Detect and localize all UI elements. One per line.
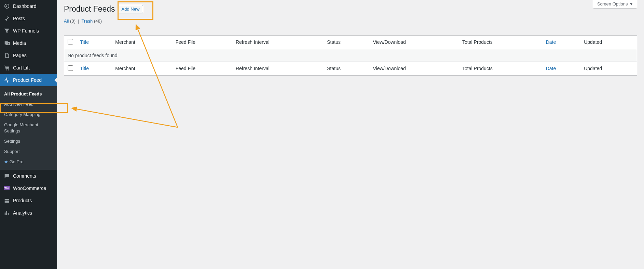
filter-all-count: (0) [70,18,76,24]
table-footer-row: Title Merchant Feed File Refresh Interva… [64,62,637,75]
submenu-google-merchant-settings[interactable]: Google Merchant Settings [0,120,57,136]
sidebar-item-media[interactable]: Media [0,37,57,49]
table-empty-message: No product feeds found. [64,49,637,62]
submenu-category-mapping[interactable]: Category Mapping [0,110,57,120]
col-refresh-interval-foot: Refresh Interval [232,62,324,75]
sidebar-item-label: Pages [13,52,27,59]
sidebar-item-label: Dashboard [13,3,37,9]
feeds-table: Title Merchant Feed File Refresh Interva… [64,35,637,76]
sidebar-item-label: Cart Lift [13,65,30,71]
filter-trash-link[interactable]: Trash [82,18,93,24]
funnel-icon [3,27,10,34]
col-date-foot[interactable]: Date [543,62,581,75]
submenu-all-product-feeds[interactable]: All Product Feeds [0,89,57,99]
sidebar-item-label: Product Feed [13,77,42,83]
col-feed-file-foot: Feed File [172,62,232,75]
col-title[interactable]: Title [77,35,112,49]
col-feed-file: Feed File [172,35,232,49]
sidebar-item-posts[interactable]: Posts [0,12,57,25]
sidebar-item-label: WP Funnels [13,28,39,34]
filter-separator: | [77,18,82,24]
comment-icon [3,172,10,179]
col-status: Status [324,35,369,49]
col-status-foot: Status [324,62,369,75]
sidebar-item-wpfunnels[interactable]: WP Funnels [0,25,57,37]
sidebar-item-dashboard[interactable]: Dashboard [0,0,57,12]
pages-icon [3,52,10,59]
submenu-settings[interactable]: Settings [0,136,57,146]
media-icon [3,40,10,47]
page-title: Product Feeds [64,4,115,14]
table-header-row: Title Merchant Feed File Refresh Interva… [64,35,637,49]
col-updated: Updated [580,35,637,49]
cart-icon [3,64,10,71]
filter-links: All (0) | Trash (48) [64,18,637,24]
submenu-add-new-feed[interactable]: Add New Feed [0,99,57,110]
col-date[interactable]: Date [543,35,581,49]
star-icon: ★ [4,159,8,164]
submenu-label: Go Pro [10,159,24,164]
col-title-foot[interactable]: Title [77,62,112,75]
sidebar-item-cartlift[interactable]: Cart Lift [0,62,57,74]
main-content: Screen Options ▼ Product Feeds Add New A… [57,0,644,269]
submenu-support[interactable]: Support [0,146,57,157]
caret-down-icon: ▼ [629,1,633,7]
col-refresh-interval: Refresh Interval [232,35,324,49]
table-empty-row: No product feeds found. [64,49,637,62]
analytics-icon [3,209,10,216]
pin-icon [3,15,10,22]
dashboard-icon [3,3,10,10]
col-view-download: View/Download [370,35,459,49]
sidebar-item-label: Products [13,197,32,204]
sidebar-item-pages[interactable]: Pages [0,49,57,62]
col-total-products-foot: Total Products [459,62,543,75]
col-updated-foot: Updated [580,62,637,75]
sidebar-item-woocommerce[interactable]: Woo WooCommerce [0,182,57,194]
sidebar-item-comments[interactable]: Comments [0,170,57,182]
screen-options-button[interactable]: Screen Options ▼ [593,0,637,9]
sidebar-item-label: Media [13,40,26,46]
col-merchant: Merchant [112,35,172,49]
col-total-products: Total Products [459,35,543,49]
add-new-button[interactable]: Add New [118,5,143,13]
sidebar-item-label: Posts [13,15,25,22]
sidebar-item-products[interactable]: Products [0,194,57,207]
filter-trash-count: (48) [94,18,102,24]
woo-icon: Woo [3,185,10,192]
pulse-icon [3,77,10,84]
page-header: Product Feeds Add New [64,0,637,14]
col-merchant-foot: Merchant [112,62,172,75]
sidebar-item-label: WooCommerce [13,185,46,191]
sidebar-item-label: Comments [13,173,36,179]
sidebar-item-productfeed[interactable]: Product Feed [0,74,57,86]
select-all-checkbox-bottom[interactable] [68,65,73,71]
svg-text:Woo: Woo [4,187,9,189]
sidebar-item-analytics[interactable]: Analytics [0,207,57,219]
sidebar-item-label: Analytics [13,210,32,216]
sidebar-submenu: All Product Feeds Add New Feed Category … [0,86,57,170]
products-icon [3,197,10,204]
submenu-go-pro[interactable]: ★ Go Pro [0,157,57,167]
admin-sidebar: Dashboard Posts WP Funnels Media Pages C… [0,0,57,269]
select-all-checkbox-top[interactable] [68,39,73,44]
filter-all-link[interactable]: All [64,18,69,24]
screen-options-label: Screen Options [597,1,628,7]
col-view-download-foot: View/Download [370,62,459,75]
